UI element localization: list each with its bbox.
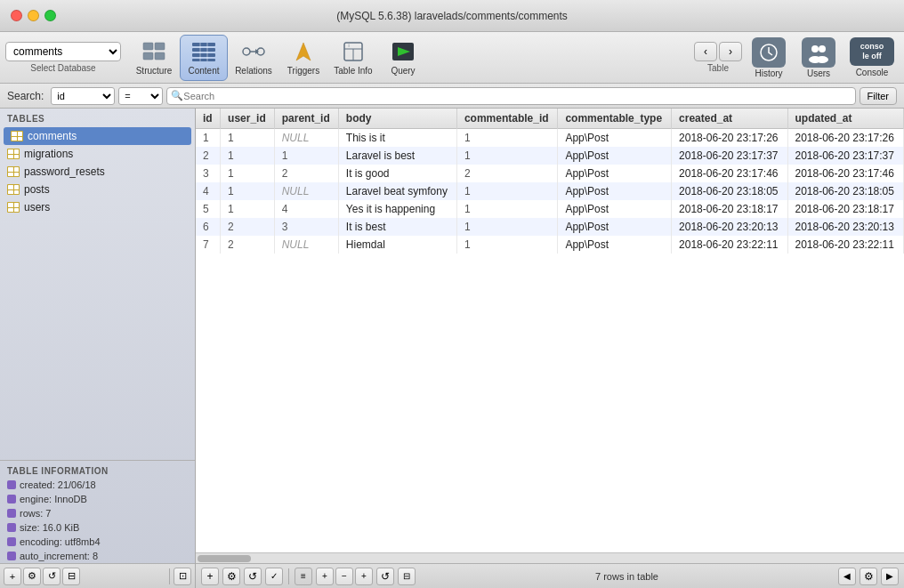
cell-id[interactable]: 4 [196, 182, 221, 200]
cell-created_at[interactable]: 2018-06-20 23:20:13 [672, 218, 787, 236]
query-button[interactable]: Query [379, 35, 427, 81]
cell-updated_at[interactable]: 2018-06-20 23:17:37 [787, 147, 904, 165]
table-row[interactable]: 41NULLLaravel beat symfony1App\Post2018-… [196, 182, 904, 200]
refresh-sidebar-button[interactable]: ↺ [43, 568, 61, 585]
minimize-button[interactable] [28, 10, 39, 21]
cell-id[interactable]: 5 [196, 200, 221, 218]
cell-id[interactable]: 2 [196, 147, 221, 165]
cell-commentable_id[interactable]: 1 [456, 182, 557, 200]
sidebar-item-comments[interactable]: comments [4, 127, 191, 145]
cell-commentable_id[interactable]: 1 [456, 129, 557, 148]
add-col-2-button[interactable]: + [355, 568, 373, 585]
options-button[interactable]: ⚙ [222, 568, 240, 585]
sidebar-item-users[interactable]: users [0, 198, 195, 216]
cell-commentable_type[interactable]: App\Post [558, 129, 672, 148]
cell-updated_at[interactable]: 2018-06-20 23:20:13 [787, 218, 904, 236]
cell-commentable_type[interactable]: App\Post [558, 218, 672, 236]
add-table-button[interactable]: + [4, 568, 21, 585]
search-input[interactable] [183, 91, 851, 101]
cell-user_id[interactable]: 1 [221, 147, 275, 165]
cell-body[interactable]: Yes it is happening [338, 200, 456, 218]
cell-updated_at[interactable]: 2018-06-20 23:18:17 [787, 200, 904, 218]
table-row[interactable]: 72NULLHiemdal1App\Post2018-06-20 23:22:1… [196, 236, 904, 254]
table-row[interactable]: 211Laravel is best1App\Post2018-06-20 23… [196, 147, 904, 165]
cell-created_at[interactable]: 2018-06-20 23:18:17 [672, 200, 787, 218]
cell-user_id[interactable]: 1 [221, 165, 275, 182]
cell-commentable_id[interactable]: 2 [456, 165, 557, 182]
nav-prev-button[interactable]: ◀ [838, 568, 856, 585]
cell-id[interactable]: 6 [196, 218, 221, 236]
cell-user_id[interactable]: 2 [221, 236, 275, 254]
cell-body[interactable]: Hiemdal [338, 236, 456, 254]
cell-body[interactable]: Laravel beat symfony [338, 182, 456, 200]
table-row[interactable]: 623It is best1App\Post2018-06-20 23:20:1… [196, 218, 904, 236]
cell-commentable_type[interactable]: App\Post [558, 200, 672, 218]
search-field-select[interactable]: id user_id parent_id body [51, 87, 115, 105]
users-icon[interactable] [802, 37, 835, 68]
cell-parent_id[interactable]: 4 [274, 200, 338, 218]
relations-button[interactable]: Relations [230, 35, 278, 81]
table-row[interactable]: 312It is good2App\Post2018-06-20 23:17:4… [196, 165, 904, 182]
content-button[interactable]: Content [180, 35, 228, 81]
cell-created_at[interactable]: 2018-06-20 23:17:46 [672, 165, 787, 182]
cell-id[interactable]: 3 [196, 165, 221, 182]
cell-id[interactable]: 7 [196, 236, 221, 254]
cell-parent_id[interactable]: NULL [274, 129, 338, 148]
filter-sidebar-button[interactable]: ⊟ [62, 568, 80, 585]
nav-forward-button[interactable]: › [719, 42, 742, 61]
refresh-data-button[interactable]: ↺ [376, 568, 394, 585]
cell-updated_at[interactable]: 2018-06-20 23:22:11 [787, 236, 904, 254]
cell-created_at[interactable]: 2018-06-20 23:17:37 [672, 147, 787, 165]
save-button[interactable]: ✓ [265, 568, 283, 585]
console-badge[interactable]: console off [850, 37, 894, 66]
cell-user_id[interactable]: 2 [221, 218, 275, 236]
sidebar-item-migrations[interactable]: migrations [0, 145, 195, 163]
cell-created_at[interactable]: 2018-06-20 23:17:26 [672, 129, 787, 148]
cell-created_at[interactable]: 2018-06-20 23:18:05 [672, 182, 787, 200]
structure-button[interactable]: Structure [130, 35, 178, 81]
cell-body[interactable]: It is best [338, 218, 456, 236]
filter-button[interactable]: Filter [860, 87, 897, 105]
nav-next-button[interactable]: ▶ [881, 568, 899, 585]
cell-commentable_type[interactable]: App\Post [558, 236, 672, 254]
nav-back-button[interactable]: ‹ [694, 42, 717, 61]
hscroll-thumb[interactable] [198, 555, 251, 562]
cell-updated_at[interactable]: 2018-06-20 23:17:46 [787, 165, 904, 182]
cell-updated_at[interactable]: 2018-06-20 23:18:05 [787, 182, 904, 200]
sidebar-item-password-resets[interactable]: password_resets [0, 163, 195, 181]
cell-parent_id[interactable]: 2 [274, 165, 338, 182]
table-row[interactable]: 514Yes it is happening1App\Post2018-06-2… [196, 200, 904, 218]
remove-col-button[interactable]: − [335, 568, 353, 585]
cell-commentable_id[interactable]: 1 [456, 200, 557, 218]
history-icon[interactable] [752, 37, 786, 68]
cell-body[interactable]: This is it [338, 129, 456, 148]
cell-user_id[interactable]: 1 [221, 182, 275, 200]
collapse-sidebar-button[interactable]: ⊡ [174, 568, 191, 585]
settings-button[interactable]: ⚙ [23, 568, 41, 585]
search-operator-select[interactable]: = != LIKE > < [118, 87, 163, 105]
cell-commentable_type[interactable]: App\Post [558, 182, 672, 200]
cell-parent_id[interactable]: NULL [274, 182, 338, 200]
export-button[interactable]: ⊟ [398, 568, 416, 585]
cell-id[interactable]: 1 [196, 129, 221, 148]
table-scroll-area[interactable]: id user_id parent_id body commentable_id… [196, 109, 904, 552]
cell-commentable_id[interactable]: 1 [456, 147, 557, 165]
cell-parent_id[interactable]: 3 [274, 218, 338, 236]
database-select[interactable]: comments [5, 42, 121, 61]
cell-updated_at[interactable]: 2018-06-20 23:17:26 [787, 129, 904, 148]
nav-settings-button[interactable]: ⚙ [860, 568, 877, 585]
cell-body[interactable]: Laravel is best [338, 147, 456, 165]
add-col-button[interactable]: + [316, 568, 334, 585]
table-row[interactable]: 11NULLThis is it1App\Post2018-06-20 23:1… [196, 129, 904, 148]
refresh-button[interactable]: ↺ [244, 568, 262, 585]
cell-commentable_type[interactable]: App\Post [558, 147, 672, 165]
cell-parent_id[interactable]: NULL [274, 236, 338, 254]
cell-body[interactable]: It is good [338, 165, 456, 182]
cell-parent_id[interactable]: 1 [274, 147, 338, 165]
cell-commentable_type[interactable]: App\Post [558, 165, 672, 182]
cell-user_id[interactable]: 1 [221, 129, 275, 148]
cell-user_id[interactable]: 1 [221, 200, 275, 218]
horizontal-scrollbar[interactable] [196, 552, 904, 563]
close-button[interactable] [11, 10, 22, 21]
triggers-button[interactable]: Triggers [279, 35, 327, 81]
